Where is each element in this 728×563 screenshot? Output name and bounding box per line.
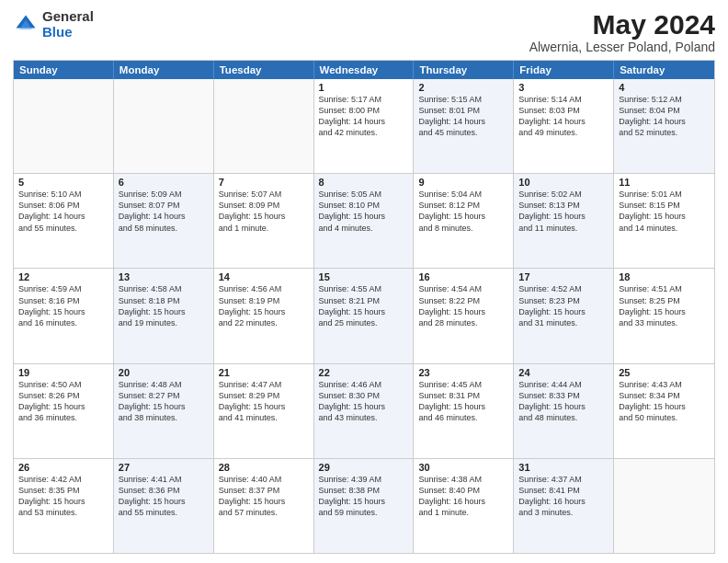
cell-info-line: Sunrise: 4:46 AM (319, 379, 409, 390)
cell-info-line: Sunset: 8:16 PM (18, 295, 108, 306)
cell-info-line: and 59 minutes. (319, 507, 409, 518)
calendar-day-12: 12Sunrise: 4:59 AMSunset: 8:16 PMDayligh… (14, 269, 114, 362)
cell-info-line: Sunrise: 4:55 AM (319, 283, 409, 294)
calendar-day-27: 27Sunrise: 4:41 AMSunset: 8:36 PMDayligh… (114, 459, 214, 553)
day-number: 2 (418, 82, 508, 93)
day-number: 6 (119, 177, 209, 188)
cell-info-line: Daylight: 15 hours (18, 306, 108, 317)
cell-info-line: Sunrise: 4:52 AM (518, 283, 609, 294)
day-number: 23 (418, 367, 508, 378)
cell-info-line: Sunrise: 4:40 AM (219, 474, 309, 485)
calendar-day-4: 4Sunrise: 5:12 AMSunset: 8:04 PMDaylight… (614, 79, 714, 173)
cell-info-line: Sunset: 8:40 PM (418, 485, 508, 496)
cell-info-line: Daylight: 15 hours (518, 401, 609, 412)
day-number: 31 (518, 462, 609, 473)
cell-info-line: Daylight: 15 hours (619, 306, 710, 317)
cell-info-line: Sunset: 8:30 PM (319, 390, 409, 401)
day-number: 5 (18, 177, 108, 188)
calendar-day-15: 15Sunrise: 4:55 AMSunset: 8:21 PMDayligh… (314, 269, 415, 362)
calendar-day-10: 10Sunrise: 5:02 AMSunset: 8:13 PMDayligh… (514, 174, 614, 268)
day-number: 3 (518, 82, 609, 93)
cell-info-line: Sunset: 8:00 PM (319, 105, 409, 116)
calendar-week-1: 1Sunrise: 5:17 AMSunset: 8:00 PMDaylight… (14, 79, 714, 173)
calendar: SundayMondayTuesdayWednesdayThursdayFrid… (13, 60, 715, 554)
cell-info-line: Sunrise: 4:39 AM (319, 474, 409, 485)
cell-info-line: and 1 minute. (219, 223, 309, 234)
main-title: May 2024 (529, 9, 715, 40)
cell-info-line: Daylight: 15 hours (219, 211, 309, 222)
cell-info-line: Daylight: 15 hours (119, 306, 209, 317)
cell-info-line: Daylight: 15 hours (619, 211, 710, 222)
cell-info-line: and 52 minutes. (619, 127, 710, 138)
day-number: 27 (119, 462, 209, 473)
day-number: 19 (18, 367, 108, 378)
cell-info-line: Daylight: 14 hours (119, 211, 209, 222)
cell-info-line: Sunrise: 4:58 AM (119, 283, 209, 294)
calendar-day-30: 30Sunrise: 4:38 AMSunset: 8:40 PMDayligh… (414, 459, 514, 553)
day-number: 29 (319, 462, 409, 473)
day-number: 10 (518, 177, 609, 188)
cell-info-line: and 14 minutes. (619, 223, 710, 234)
cell-info-line: Daylight: 15 hours (619, 401, 710, 412)
cell-info-line: and 53 minutes. (18, 507, 108, 518)
cell-info-line: and 3 minutes. (518, 507, 609, 518)
cell-info-line: and 25 minutes. (319, 317, 409, 328)
logo: General Blue (13, 9, 94, 40)
calendar-day-empty (214, 79, 314, 173)
cell-info-line: Daylight: 15 hours (18, 496, 108, 507)
calendar-day-5: 5Sunrise: 5:10 AMSunset: 8:06 PMDaylight… (14, 174, 114, 268)
day-number: 17 (518, 271, 609, 282)
cell-info-line: Sunset: 8:12 PM (418, 200, 508, 211)
calendar-header-saturday: Saturday (614, 61, 714, 79)
cell-info-line: Sunrise: 5:12 AM (619, 94, 710, 105)
calendar-day-21: 21Sunrise: 4:47 AMSunset: 8:29 PMDayligh… (214, 364, 314, 458)
cell-info-line: Sunset: 8:35 PM (18, 485, 108, 496)
cell-info-line: Daylight: 16 hours (518, 496, 609, 507)
day-number: 21 (219, 367, 309, 378)
day-number: 14 (219, 271, 309, 282)
cell-info-line: Daylight: 16 hours (418, 496, 508, 507)
day-number: 13 (119, 271, 209, 282)
cell-info-line: Sunrise: 4:44 AM (518, 379, 609, 390)
cell-info-line: Daylight: 15 hours (119, 401, 209, 412)
cell-info-line: Sunset: 8:34 PM (619, 390, 710, 401)
day-number: 16 (418, 271, 508, 282)
cell-info-line: and 4 minutes. (319, 223, 409, 234)
cell-info-line: Daylight: 15 hours (418, 306, 508, 317)
cell-info-line: Daylight: 14 hours (418, 116, 508, 127)
cell-info-line: Sunrise: 4:56 AM (219, 283, 309, 294)
cell-info-line: Sunrise: 4:38 AM (418, 474, 508, 485)
cell-info-line: Sunset: 8:04 PM (619, 105, 710, 116)
cell-info-line: and 1 minute. (418, 507, 508, 518)
logo-general-text: General (42, 9, 94, 25)
cell-info-line: and 38 minutes. (119, 412, 209, 423)
cell-info-line: Daylight: 14 hours (518, 116, 609, 127)
calendar-header-tuesday: Tuesday (214, 61, 314, 79)
cell-info-line: Sunset: 8:38 PM (319, 485, 409, 496)
cell-info-line: Sunrise: 4:48 AM (119, 379, 209, 390)
cell-info-line: Sunrise: 4:51 AM (619, 283, 710, 294)
cell-info-line: Sunset: 8:19 PM (219, 295, 309, 306)
calendar-week-3: 12Sunrise: 4:59 AMSunset: 8:16 PMDayligh… (14, 268, 714, 362)
calendar-header-monday: Monday (114, 61, 214, 79)
title-block: May 2024 Alwernia, Lesser Poland, Poland (529, 9, 715, 54)
cell-info-line: Sunset: 8:10 PM (319, 200, 409, 211)
cell-info-line: Sunset: 8:29 PM (219, 390, 309, 401)
cell-info-line: and 55 minutes. (18, 223, 108, 234)
day-number: 8 (319, 177, 409, 188)
cell-info-line: and 22 minutes. (219, 317, 309, 328)
calendar-day-25: 25Sunrise: 4:43 AMSunset: 8:34 PMDayligh… (614, 364, 714, 458)
cell-info-line: Sunset: 8:23 PM (518, 295, 609, 306)
cell-info-line: Sunrise: 5:17 AM (319, 94, 409, 105)
calendar-day-20: 20Sunrise: 4:48 AMSunset: 8:27 PMDayligh… (114, 364, 214, 458)
cell-info-line: and 19 minutes. (119, 317, 209, 328)
cell-info-line: Sunrise: 5:15 AM (418, 94, 508, 105)
cell-info-line: Daylight: 15 hours (319, 306, 409, 317)
calendar-day-31: 31Sunrise: 4:37 AMSunset: 8:41 PMDayligh… (514, 459, 614, 553)
cell-info-line: Sunrise: 4:42 AM (18, 474, 108, 485)
cell-info-line: Daylight: 15 hours (219, 401, 309, 412)
cell-info-line: and 16 minutes. (18, 317, 108, 328)
cell-info-line: Sunrise: 5:04 AM (418, 189, 508, 200)
cell-info-line: and 36 minutes. (18, 412, 108, 423)
calendar-day-1: 1Sunrise: 5:17 AMSunset: 8:00 PMDaylight… (314, 79, 415, 173)
